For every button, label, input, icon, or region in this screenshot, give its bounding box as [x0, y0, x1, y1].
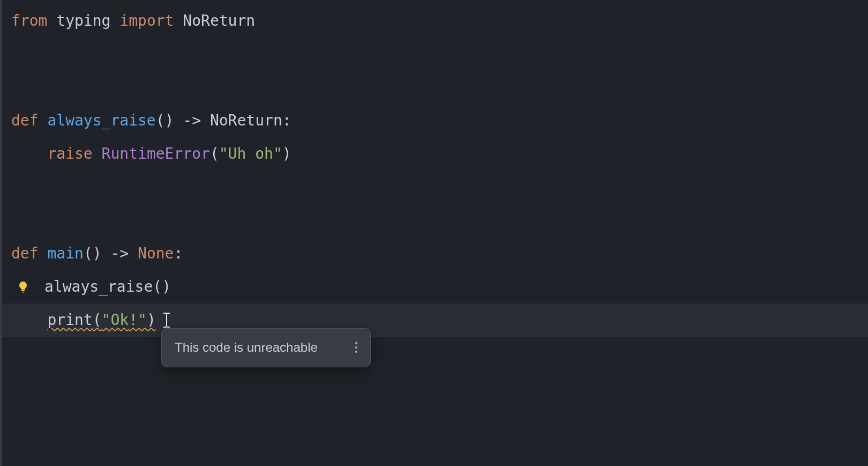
string-literal: "Uh oh"	[219, 145, 282, 162]
string-literal-part: !"	[129, 311, 147, 329]
code-line[interactable]: always_raise()	[2, 270, 868, 304]
string-literal-part: "Ok	[102, 311, 129, 329]
close-paren: )	[147, 311, 156, 329]
arrow: ->	[174, 112, 209, 129]
indent	[11, 145, 47, 162]
parens: ()	[153, 278, 171, 295]
code-line[interactable]	[2, 171, 868, 204]
keyword-def: def	[11, 245, 47, 262]
svg-rect-0	[21, 290, 25, 291]
keyword-raise: raise	[47, 145, 101, 162]
diagnostic-tooltip: This code is unreachable	[161, 328, 371, 367]
colon: :	[282, 112, 291, 129]
exception-class: RuntimeError	[102, 145, 210, 162]
code-line[interactable]: def always_raise() -> NoReturn:	[2, 104, 868, 137]
arrow: ->	[102, 245, 138, 262]
indent	[11, 311, 47, 329]
svg-rect-1	[22, 292, 24, 293]
return-type: None	[138, 245, 174, 262]
more-vertical-icon[interactable]	[355, 342, 357, 353]
function-call: print	[47, 311, 92, 329]
code-line[interactable]	[2, 38, 868, 71]
function-name: main	[47, 245, 83, 262]
open-paren: (	[210, 145, 219, 162]
code-editor[interactable]: from typing import NoReturn def always_r…	[2, 4, 868, 337]
code-line[interactable]: from typing import NoReturn	[2, 4, 868, 38]
close-paren: )	[282, 145, 291, 162]
code-line-active[interactable]: print("Ok!")	[2, 304, 868, 337]
colon: :	[174, 245, 183, 262]
code-line[interactable]: def main() -> None:	[2, 237, 868, 270]
parens: ()	[156, 112, 174, 129]
text-cursor-icon	[162, 312, 171, 328]
parens: ()	[84, 245, 102, 262]
imported-name: NoReturn	[183, 12, 255, 29]
code-line[interactable]: raise RuntimeError("Uh oh")	[2, 137, 868, 171]
keyword-from: from	[11, 12, 56, 29]
return-type: NoReturn	[210, 112, 282, 129]
keyword-import: import	[119, 12, 183, 29]
lightbulb-icon[interactable]	[17, 280, 29, 293]
keyword-def: def	[11, 112, 47, 129]
code-line[interactable]	[2, 204, 868, 237]
tooltip-message: This code is unreachable	[175, 338, 318, 357]
module-name: typing	[56, 12, 119, 29]
open-paren: (	[93, 311, 102, 329]
function-call: always_raise	[44, 278, 153, 295]
function-name: always_raise	[47, 112, 155, 129]
code-line[interactable]	[2, 71, 868, 104]
